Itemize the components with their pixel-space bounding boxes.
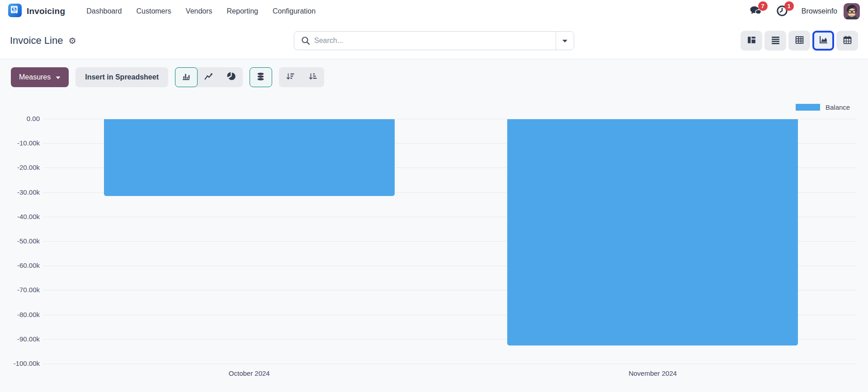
menu-vendors[interactable]: Vendors [180,4,218,19]
svg-text:$: $ [13,6,16,12]
menu-customers[interactable]: Customers [130,4,177,19]
action-gear-button[interactable]: ⚙ [67,36,77,46]
menu-dashboard[interactable]: Dashboard [80,4,127,19]
chart-legend[interactable]: Balance [796,103,850,111]
messages-button[interactable]: 7 [749,5,763,18]
sort-ascending-button[interactable] [302,67,324,87]
control-panel: Invoice Line ⚙ [0,23,868,59]
line-chart-button[interactable] [198,67,220,87]
y-tick-label: -60.00k [0,261,40,269]
header: $ Invoicing Dashboard Customers Vendors … [0,0,868,59]
kanban-view-icon [747,35,756,46]
chevron-down-icon [56,73,61,81]
navbar-right: 7 1 Browseinfo [749,3,860,19]
bar-chart-button[interactable] [175,67,198,87]
bar-november-2024[interactable] [507,119,798,345]
search-icon [294,36,314,46]
main-menu: Dashboard Customers Vendors Reporting Co… [80,4,321,19]
legend-swatch-balance [796,104,820,111]
view-calendar-button[interactable] [836,31,858,51]
user-avatar [844,3,860,19]
sort-ascending-icon [308,72,317,83]
y-tick-label: -100.00k [0,359,40,367]
page-title: Invoice Line [10,35,63,47]
stacked-icon [256,72,265,83]
pivot-view-icon [795,35,804,46]
insert-in-spreadsheet-button[interactable]: Insert in Spreadsheet [75,67,168,87]
y-tick-label: 0.00 [0,115,40,122]
invoicing-app-icon: $ [8,4,22,19]
menu-reporting[interactable]: Reporting [221,4,264,19]
activities-badge: 1 [784,1,794,11]
y-tick-label: -80.00k [0,311,40,318]
y-tick-label: -10.00k [0,139,40,147]
y-tick-label: -50.00k [0,237,40,245]
bar-chart-icon [181,72,191,83]
y-tick-label: -70.00k [0,286,40,294]
pie-chart-button[interactable] [220,67,243,87]
pie-chart-icon [226,72,236,83]
search-dropdown-toggle[interactable] [556,32,574,50]
view-switcher [574,31,858,51]
activities-button[interactable]: 1 [775,5,789,18]
y-tick-label: -90.00k [0,335,40,343]
user-menu[interactable]: Browseinfo [802,3,860,19]
legend-label-balance: Balance [826,103,850,111]
chevron-down-icon [562,37,568,44]
chart-type-group [175,67,243,87]
calendar-view-icon [843,35,852,46]
search-input[interactable] [314,32,556,50]
sort-descending-button[interactable] [279,67,302,87]
view-list-button[interactable] [764,31,786,51]
view-kanban-button[interactable] [741,31,762,51]
view-graph-button[interactable] [812,31,834,51]
breadcrumb: Invoice Line ⚙ [10,35,294,47]
x-axis-label: November 2024 [628,369,677,377]
y-tick-label: -20.00k [0,163,40,171]
view-pivot-button[interactable] [788,31,810,51]
y-tick-label: -30.00k [0,188,40,196]
y-gridline [43,364,857,364]
user-name: Browseinfo [802,7,837,15]
app-name: Invoicing [27,6,65,16]
menu-configuration[interactable]: Configuration [267,4,321,19]
graph-toolbar: Measures Insert in Spreadsheet [0,59,868,87]
measures-button[interactable]: Measures [11,67,69,87]
line-chart-icon [204,72,213,83]
search-bar [294,31,574,50]
x-axis-label: October 2024 [229,369,270,377]
app-menu-button[interactable]: $ Invoicing [8,4,65,19]
measures-label: Measures [19,73,51,81]
list-view-icon [771,35,780,46]
top-navbar: $ Invoicing Dashboard Customers Vendors … [0,0,868,23]
y-tick-label: -40.00k [0,213,40,220]
bar-october-2024[interactable] [104,119,395,196]
messages-badge: 7 [758,1,768,11]
sort-group [279,67,324,87]
graph-view-icon [819,35,828,46]
sort-descending-icon [285,72,295,83]
stacked-toggle-button[interactable] [250,67,272,87]
